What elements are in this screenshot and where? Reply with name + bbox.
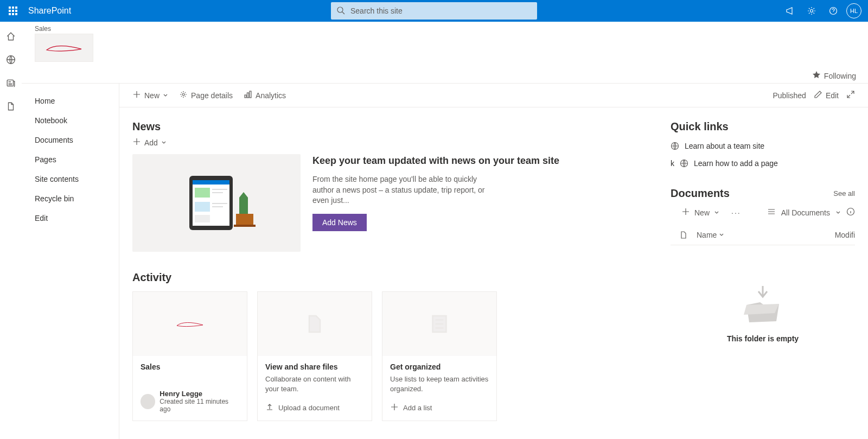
docs-new-button[interactable]: New xyxy=(694,208,710,217)
info-icon[interactable] xyxy=(846,207,855,218)
activity-title: Activity xyxy=(132,271,649,284)
quicklink-learn-add-page[interactable]: k Learn how to add a page xyxy=(671,155,855,172)
site-header: Sales xyxy=(22,22,868,67)
gear-icon xyxy=(179,90,188,100)
add-news-button[interactable]: Add News xyxy=(312,214,367,231)
svg-point-6 xyxy=(182,93,184,96)
file-type-icon xyxy=(671,231,697,239)
nav-pages[interactable]: Pages xyxy=(22,150,119,169)
app-launcher[interactable] xyxy=(0,0,26,22)
avatar[interactable]: HL xyxy=(846,3,861,18)
action-bar: Following xyxy=(22,67,868,84)
news-icon[interactable] xyxy=(6,78,16,90)
app-name[interactable]: SharePoint xyxy=(28,6,71,16)
news-add-label: Add xyxy=(144,138,158,147)
quicklink-learn-team-site[interactable]: Learn about a team site xyxy=(671,137,855,155)
card-image xyxy=(133,292,247,356)
view-icon xyxy=(767,207,776,218)
upload-document-link[interactable]: Upload a document xyxy=(265,403,364,413)
upload-label: Upload a document xyxy=(278,404,340,412)
svg-rect-13 xyxy=(195,188,210,198)
persona-name: Henry Legge xyxy=(159,390,239,398)
card-desc: Use lists to keep team activities organi… xyxy=(390,374,489,394)
activity-card-sales[interactable]: Sales Henry Legge Created site 11 minute… xyxy=(132,291,247,421)
nav-recycle-bin[interactable]: Recycle bin xyxy=(22,189,119,208)
pencil-icon xyxy=(814,90,822,100)
plus-icon xyxy=(681,207,690,218)
edit-button[interactable]: Edit xyxy=(814,90,839,100)
search-input[interactable] xyxy=(331,2,537,20)
home-icon[interactable] xyxy=(6,31,16,43)
svg-rect-17 xyxy=(212,203,227,204)
waffle-icon xyxy=(9,7,17,15)
svg-rect-9 xyxy=(250,91,251,98)
empty-folder-icon xyxy=(736,283,790,327)
search-icon xyxy=(336,6,345,16)
column-modified[interactable]: Modifi xyxy=(827,231,855,239)
new-label: New xyxy=(144,91,159,100)
column-name[interactable]: Name xyxy=(697,231,827,239)
help-icon[interactable] xyxy=(825,2,842,20)
star-filled-icon xyxy=(812,71,821,81)
nav-edit[interactable]: Edit xyxy=(22,208,119,228)
published-label: Published xyxy=(773,91,806,100)
svg-rect-7 xyxy=(245,95,246,98)
news-add-button[interactable]: Add xyxy=(132,137,649,148)
news-title: News xyxy=(132,120,649,133)
page-details-button[interactable]: Page details xyxy=(179,90,233,100)
news-hero-desc: From the site home page you'll be able t… xyxy=(312,174,497,206)
site-name-label: Sales xyxy=(35,25,93,33)
megaphone-icon[interactable] xyxy=(781,2,799,20)
chevron-down-icon xyxy=(163,91,168,100)
suite-right: HL xyxy=(781,2,868,20)
all-documents-dropdown[interactable]: All Documents xyxy=(781,208,830,217)
card-title: Sales xyxy=(141,362,239,371)
shell: Sales Following Home Notebook Documents … xyxy=(0,22,868,439)
card-image xyxy=(382,292,496,356)
main-canvas: New Page details xyxy=(119,84,868,439)
analytics-button[interactable]: Analytics xyxy=(244,90,286,100)
nav-home[interactable]: Home xyxy=(22,91,119,111)
add-list-link[interactable]: Add a list xyxy=(390,403,489,413)
svg-rect-15 xyxy=(212,192,223,193)
empty-folder: This folder is empty xyxy=(671,245,855,354)
card-footer: Henry Legge Created site 11 minutes ago xyxy=(141,390,239,413)
svg-rect-21 xyxy=(234,225,256,227)
command-bar: New Page details xyxy=(119,84,868,107)
plus-icon xyxy=(132,90,141,100)
site-logo[interactable] xyxy=(35,34,93,62)
persona-sub: Created site 11 minutes ago xyxy=(159,398,239,413)
svg-rect-18 xyxy=(212,206,223,207)
follow-button[interactable]: Following xyxy=(812,71,856,81)
site-navigation: Home Notebook Documents Pages Site conte… xyxy=(22,84,119,439)
card-desc: Collaborate on content with your team. xyxy=(265,374,364,394)
documents-toolbar: New ··· All Documents xyxy=(671,200,855,225)
activity-card-files[interactable]: View and share files Collaborate on cont… xyxy=(257,291,372,421)
chevron-down-icon xyxy=(719,231,724,239)
analytics-icon xyxy=(244,90,252,100)
see-all-link[interactable]: See all xyxy=(833,189,855,198)
new-button[interactable]: New xyxy=(132,90,168,100)
files-icon[interactable] xyxy=(6,101,16,113)
nav-site-contents[interactable]: Site contents xyxy=(22,169,119,189)
news-hero: Keep your team updated with news on your… xyxy=(132,154,649,252)
activity-card-organized[interactable]: Get organized Use lists to keep team act… xyxy=(382,291,497,421)
card-image xyxy=(258,292,372,356)
empty-folder-text: This folder is empty xyxy=(671,334,855,343)
more-icon[interactable]: ··· xyxy=(731,208,741,217)
page-body: News Add xyxy=(119,107,868,439)
content-row: Home Notebook Documents Pages Site conte… xyxy=(22,84,868,439)
expand-icon[interactable] xyxy=(846,90,855,100)
nav-documents[interactable]: Documents xyxy=(22,130,119,150)
card-title: Get organized xyxy=(390,362,489,371)
documents-table-header: Name Modifi xyxy=(671,225,855,245)
gear-icon[interactable] xyxy=(803,2,820,20)
analytics-label: Analytics xyxy=(256,91,286,100)
documents-title: Documents xyxy=(671,187,730,200)
chevron-down-icon xyxy=(161,138,167,147)
nav-notebook[interactable]: Notebook xyxy=(22,111,119,130)
svg-rect-8 xyxy=(247,93,249,98)
svg-point-2 xyxy=(810,10,813,12)
globe-icon[interactable] xyxy=(6,55,16,66)
site-area: Sales Following Home Notebook Documents … xyxy=(22,22,868,439)
